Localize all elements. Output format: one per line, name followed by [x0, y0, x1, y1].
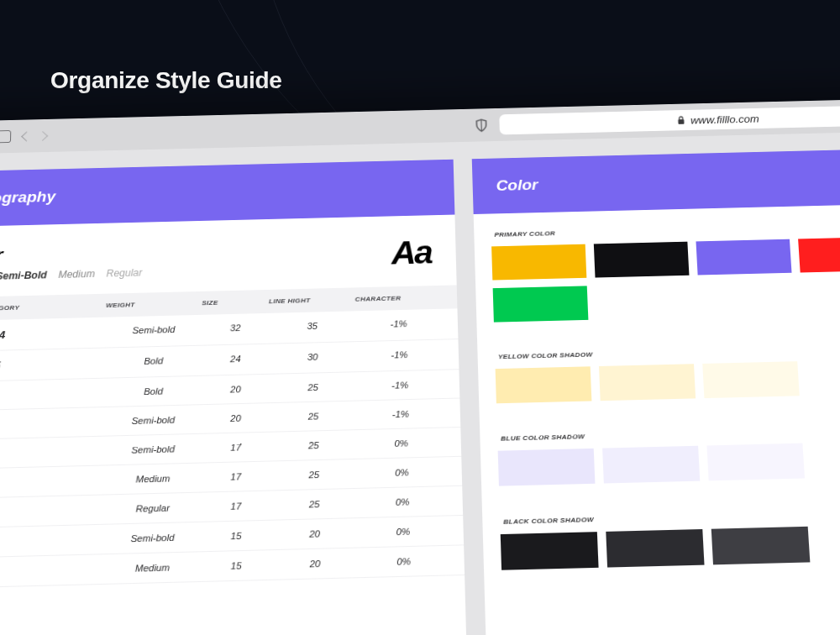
size-cell: 20: [202, 384, 270, 396]
color-swatch[interactable]: [711, 527, 810, 565]
weight-cell: Regular: [103, 502, 202, 515]
page-title: Organize Style Guide: [50, 67, 282, 94]
line-height-cell: 25: [270, 498, 359, 511]
color-section: BLACK COLOR SHADOW: [481, 486, 840, 584]
color-swatch[interactable]: [491, 244, 586, 281]
character-cell: 0%: [357, 437, 444, 449]
character-cell: 0%: [359, 496, 447, 508]
color-section: BLUE COLOR SHADOW: [479, 404, 840, 500]
browser-window: www.filllo.com Typography Inter Bold Sem…: [0, 97, 840, 635]
page-content: Typography Inter Bold Semi-Bold Medium R…: [0, 129, 840, 635]
scale-category: [0, 564, 103, 578]
color-header: Color: [471, 146, 840, 214]
url-text: www.filllo.com: [690, 113, 759, 126]
size-cell: 17: [202, 442, 270, 454]
back-icon[interactable]: [21, 131, 32, 141]
color-swatch[interactable]: [500, 532, 598, 570]
size-cell: 24: [202, 353, 269, 366]
color-swatch[interactable]: [492, 286, 588, 322]
line-height-cell: 20: [270, 527, 359, 540]
color-swatch[interactable]: [497, 449, 595, 486]
weight-cell: Medium: [104, 473, 202, 485]
color-swatch[interactable]: [696, 239, 791, 276]
character-cell: 0%: [359, 526, 447, 538]
svg-rect-0: [678, 119, 684, 124]
size-cell: 15: [202, 559, 270, 571]
line-height-cell: 20: [270, 558, 360, 570]
character-cell: -1%: [356, 349, 444, 362]
weight-cell: Semi-bold: [103, 532, 202, 544]
character-cell: 0%: [358, 466, 446, 479]
color-panel: Color PRIMARY COLORYELLOW COLOR SHADOWBL…: [471, 146, 840, 635]
scale-category: [0, 475, 104, 489]
weight-cell: Bold: [105, 354, 202, 369]
size-cell: 15: [202, 530, 270, 542]
weight-cell: Bold: [105, 386, 202, 398]
line-height-cell: 25: [270, 439, 357, 452]
size-cell: 17: [202, 470, 270, 482]
color-swatch[interactable]: [602, 446, 700, 484]
line-height-cell: 35: [269, 320, 355, 334]
font-sample: Aa: [391, 234, 432, 271]
scale-category: Heading 4: [0, 326, 106, 342]
forward-icon[interactable]: [37, 131, 48, 141]
typography-table: SCALE CATEGORY WEIGHT SIZE LINE HIGHT CH…: [0, 285, 465, 589]
sidebar-toggle-icon[interactable]: [0, 130, 11, 143]
weight-cell: Medium: [103, 561, 202, 574]
typography-panel: Typography Inter Bold Semi-Bold Medium R…: [0, 160, 470, 635]
line-height-cell: 25: [270, 381, 357, 393]
scale-category: Heading 5: [0, 357, 105, 372]
color-swatch[interactable]: [593, 242, 689, 278]
color-swatch[interactable]: [599, 364, 696, 401]
lock-icon: [677, 115, 686, 124]
line-height-cell: 30: [270, 351, 356, 365]
color-section: PRIMARY COLOR: [473, 202, 840, 336]
color-swatch[interactable]: [706, 443, 805, 481]
size-cell: 32: [202, 322, 269, 336]
scale-category: eading 6: [0, 387, 105, 401]
scale-category: [0, 505, 104, 519]
color-section: YELLOW COLOR SHADOW: [477, 323, 840, 417]
size-cell: 20: [202, 412, 270, 424]
character-cell: -1%: [356, 379, 444, 391]
scale-category: [0, 534, 103, 548]
scale-category: [0, 446, 104, 460]
scale-category: ing 6: [0, 417, 105, 430]
character-cell: -1%: [357, 408, 444, 420]
character-cell: 0%: [360, 555, 449, 568]
line-height-cell: 25: [270, 469, 358, 481]
color-swatch[interactable]: [702, 361, 800, 398]
color-swatch[interactable]: [798, 237, 840, 273]
line-height-cell: 25: [270, 410, 357, 422]
font-weights: Bold Semi-Bold Medium Regular: [0, 267, 151, 283]
color-swatch[interactable]: [606, 529, 704, 568]
weight-cell: Semi-bold: [104, 443, 202, 456]
weight-cell: Semi-bold: [106, 323, 202, 338]
character-cell: -1%: [355, 318, 442, 332]
color-swatch[interactable]: [495, 366, 591, 403]
address-bar[interactable]: www.filllo.com: [499, 104, 840, 135]
size-cell: 17: [202, 501, 270, 512]
weight-cell: Semi-bold: [105, 414, 202, 427]
font-name: Inter: [0, 241, 151, 266]
privacy-shield-icon[interactable]: [475, 118, 487, 132]
